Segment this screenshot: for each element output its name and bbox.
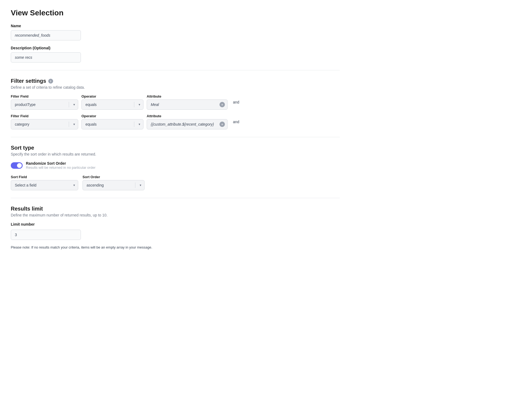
sort-field-label: Sort Field [11,175,78,179]
name-field-group: Name [11,24,340,40]
sort-order-divider [135,182,135,188]
operator-group-2: Operator equals ▾ [81,114,143,129]
attribute-label-1: Attribute [147,94,228,98]
toggle-desc: Results will be returned in no particula… [26,166,95,170]
sort-field-select-wrapper: Select a field ▾ [11,180,78,190]
results-limit-section: Results limit Define the maximum number … [11,206,340,249]
sort-type-title: Sort type [11,145,340,151]
divider-1 [11,70,340,70]
limit-number-input[interactable] [11,230,81,240]
attribute-wrapper-2: + [147,119,228,129]
filter-row-1: Filter Field productType ▾ Operator equa… [11,94,340,110]
description-field-group: Description (Optional) [11,46,340,63]
divider-2 [11,137,340,137]
and-label-2: and [233,120,239,124]
sort-order-select-wrapper: ascending descending ▾ [83,180,145,190]
description-input[interactable] [11,52,81,63]
and-label-1: and [233,100,239,104]
toggle-slider [11,162,23,169]
attribute-wrapper-1: + [147,99,228,110]
results-limit-desc: Define the maximum number of returned re… [11,213,340,217]
sort-row: Sort Field Select a field ▾ Sort Order a… [11,175,340,190]
operator-label-2: Operator [81,114,143,118]
filter-field-label-2: Filter Field [11,114,78,118]
attribute-add-btn-2[interactable]: + [219,122,225,127]
attribute-label-2: Attribute [147,114,228,118]
sort-type-section: Sort type Specify the sort order in whic… [11,145,340,190]
operator-divider-2 [134,122,134,127]
select-divider-2 [69,122,69,127]
operator-divider-1 [134,102,134,107]
filter-field-select-wrapper-2: category ▾ [11,119,78,129]
name-label: Name [11,24,340,28]
operator-select-wrapper-2: equals ▾ [81,119,143,129]
sort-field-group: Sort Field Select a field ▾ [11,175,78,190]
divider-3 [11,198,340,198]
filter-field-select-1[interactable]: productType [11,99,78,110]
randomize-toggle-row: Randomize Sort Order Results will be ret… [11,161,340,170]
sort-type-desc: Specify the sort order in which results … [11,152,340,156]
filter-field-group-1: Filter Field productType ▾ [11,94,78,110]
operator-label-1: Operator [81,94,143,98]
filter-field-select-wrapper-1: productType ▾ [11,99,78,110]
filter-info-icon[interactable]: i [48,79,53,84]
filter-field-select-2[interactable]: category [11,119,78,129]
attribute-input-1[interactable] [147,99,228,110]
toggle-title: Randomize Sort Order [26,161,95,166]
sort-order-group: Sort Order ascending descending ▾ [83,175,145,190]
description-label: Description (Optional) [11,46,340,50]
limit-number-label: Limit number [11,222,340,226]
results-note: Please note: If no results match your cr… [11,245,340,249]
operator-group-1: Operator equals ▾ [81,94,143,110]
filter-field-label-1: Filter Field [11,94,78,98]
attribute-add-btn-1[interactable]: + [219,102,225,107]
results-limit-title: Results limit [11,206,340,212]
attribute-group-1: Attribute + [147,94,228,110]
filter-settings-title: Filter settings i [11,78,340,84]
filter-field-group-2: Filter Field category ▾ [11,114,78,129]
toggle-text-group: Randomize Sort Order Results will be ret… [26,161,95,170]
filter-settings-desc: Define a set of criteria to refine catal… [11,85,340,89]
select-divider-1 [69,102,69,107]
filter-settings-section: Filter settings i Define a set of criter… [11,78,340,129]
name-input[interactable] [11,30,81,40]
filter-row-2: Filter Field category ▾ Operator equals … [11,114,340,129]
attribute-group-2: Attribute + [147,114,228,129]
attribute-input-2[interactable] [147,119,228,129]
randomize-toggle[interactable] [11,162,23,169]
operator-select-wrapper-1: equals ▾ [81,99,143,110]
limit-number-group: Limit number [11,222,340,240]
page-title: View Selection [11,9,340,17]
sort-field-select[interactable]: Select a field [11,180,78,190]
sort-order-label: Sort Order [83,175,145,179]
